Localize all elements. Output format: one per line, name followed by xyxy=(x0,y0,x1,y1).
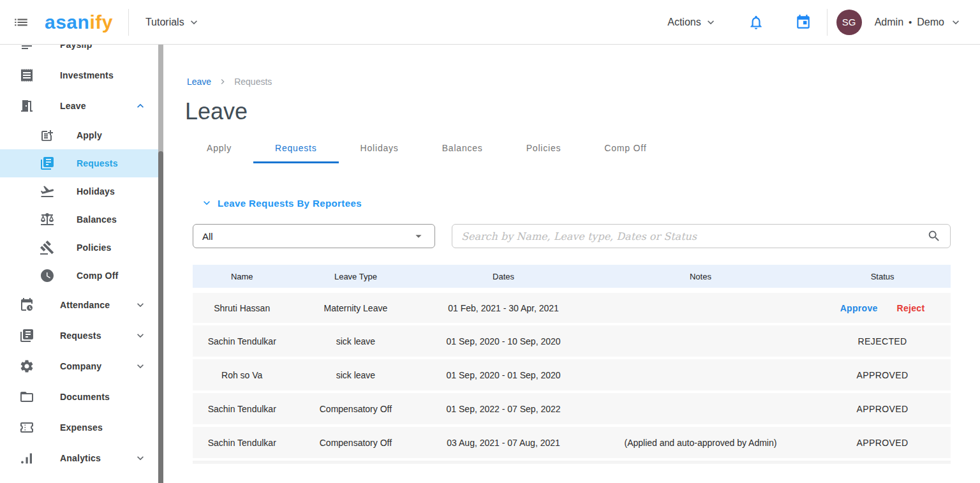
sidebar-item-leave[interactable]: Leave xyxy=(0,91,163,121)
cell-dates: 01 Sep, 2020 - 10 Sep, 2020 xyxy=(420,324,586,358)
sidebar-item-balances[interactable]: Balances xyxy=(0,205,163,234)
chevron-down-icon[interactable] xyxy=(134,360,147,373)
top-bar: asanify Tutorials Actions SG Admin • Dem… xyxy=(0,0,980,45)
main-content: Leave Requests Leave Apply Requests Holi… xyxy=(163,45,980,483)
attendance-icon xyxy=(19,297,34,313)
sidebar-item-company[interactable]: Company xyxy=(0,351,163,382)
actions-menu[interactable]: Actions xyxy=(667,16,716,29)
table-row: Sachin Tendulkar Compensatory Off 03 Aug… xyxy=(193,426,951,459)
breadcrumb-current: Requests xyxy=(234,77,272,87)
tab-holidays[interactable]: Holidays xyxy=(339,135,420,163)
chevron-down-icon xyxy=(200,197,213,209)
search-input[interactable] xyxy=(461,230,927,242)
tab-policies[interactable]: Policies xyxy=(505,135,583,163)
avatar[interactable]: SG xyxy=(836,10,862,35)
logo-part-orange: ify xyxy=(89,11,113,33)
chevron-down-icon xyxy=(704,16,717,29)
chevron-down-icon[interactable] xyxy=(134,329,147,342)
reportee-filter-dropdown[interactable]: All xyxy=(193,224,435,248)
cell-notes xyxy=(587,392,814,426)
sidebar-item-requests-group[interactable]: Requests xyxy=(0,320,163,351)
tab-requests[interactable]: Requests xyxy=(253,135,339,163)
table-row: Sachin Tendulkar Compensatory Off 01 Sep… xyxy=(193,392,951,426)
search-box xyxy=(452,224,951,248)
cell-name: Roh so Va xyxy=(193,358,291,392)
cell-leave-type: Maternity Leave xyxy=(291,290,420,324)
tab-balances[interactable]: Balances xyxy=(420,135,505,163)
sidebar-item-apply[interactable]: Apply xyxy=(0,121,163,149)
holidays-icon xyxy=(40,184,55,199)
sidebar-item-label: Company xyxy=(60,361,101,371)
sidebar-item-holidays[interactable]: Holidays xyxy=(0,177,163,205)
tab-bar: Apply Requests Holidays Balances Policie… xyxy=(185,135,951,163)
column-header-dates: Dates xyxy=(420,265,586,290)
reject-button[interactable]: Reject xyxy=(897,303,925,313)
search-icon[interactable] xyxy=(927,229,941,243)
chevron-up-icon[interactable] xyxy=(134,100,147,112)
dot-separator: • xyxy=(909,17,912,27)
analytics-icon xyxy=(19,450,34,466)
sidebar-item-documents[interactable]: Documents xyxy=(0,382,163,412)
breadcrumb-leave-link[interactable]: Leave xyxy=(187,77,211,87)
sidebar-item-label: Expenses xyxy=(60,422,103,433)
chevron-down-icon xyxy=(188,16,200,29)
menu-icon[interactable] xyxy=(13,14,29,31)
avatar-initials: SG xyxy=(842,17,856,27)
leave-requests-by-reportees-toggle[interactable]: Leave Requests By Reportees xyxy=(200,197,951,209)
sidebar-item-label: Comp Off xyxy=(77,271,118,281)
cell-leave-type: Compensatory Off xyxy=(291,392,420,426)
cell-dates: 01 Sep, 2020 - 01 Sep, 2020 xyxy=(420,358,586,392)
column-header-leave-type: Leave Type xyxy=(291,265,420,290)
sidebar-item-label: Apply xyxy=(77,130,102,140)
sidebar-item-label: Leave xyxy=(60,101,86,111)
approve-button[interactable]: Approve xyxy=(840,303,878,313)
sidebar-item-analytics[interactable]: Analytics xyxy=(0,443,163,473)
cell-dates: 01 Sep, 2022 - 07 Sep, 2022 xyxy=(420,392,586,426)
sidebar-item-comp-off[interactable]: Comp Off xyxy=(0,262,163,290)
sidebar-item-investments[interactable]: Investments xyxy=(0,60,163,91)
cell-leave-type: sick leave xyxy=(291,324,420,358)
chevron-down-icon[interactable] xyxy=(134,452,147,464)
tutorials-label: Tutorials xyxy=(145,17,184,28)
actions-label: Actions xyxy=(667,17,701,28)
status-badge: REJECTED xyxy=(814,324,951,358)
logo-part-blue: asan xyxy=(45,11,89,33)
table-row: Shruti Hassan Maternity Leave 01 Feb, 20… xyxy=(193,290,951,324)
notifications-bell-icon[interactable] xyxy=(748,14,764,31)
apply-icon xyxy=(40,128,55,143)
sidebar-item-label: Attendance xyxy=(60,300,110,310)
filter-row: All xyxy=(193,224,951,248)
tab-apply[interactable]: Apply xyxy=(185,135,253,163)
sidebar-item-requests[interactable]: Requests xyxy=(0,149,158,177)
status-badge: APPROVED xyxy=(814,426,951,459)
sidebar-scrollbar-thumb[interactable] xyxy=(158,151,163,483)
sidebar-item-label: Requests xyxy=(60,331,101,341)
expenses-icon xyxy=(19,420,34,435)
status-badge: APPROVED xyxy=(814,392,951,426)
sidebar-item-policies[interactable]: Policies xyxy=(0,234,163,262)
chevron-down-icon[interactable] xyxy=(134,299,147,311)
header-divider xyxy=(827,9,828,36)
cell-name: Sachin Tendulkar xyxy=(193,392,291,426)
sidebar-item-expenses[interactable]: Expenses xyxy=(0,412,163,443)
payslip-icon xyxy=(19,45,34,52)
app-window: asanify Tutorials Actions SG Admin • Dem… xyxy=(0,0,980,483)
tutorials-menu[interactable]: Tutorials xyxy=(145,16,200,29)
cell-notes xyxy=(587,324,814,358)
sidebar: Payslip Investments Leave xyxy=(0,45,163,483)
cell-name: Sachin Tendulkar xyxy=(193,324,291,358)
table-row: Roh so Va sick leave 01 Sep, 2020 - 01 S… xyxy=(193,358,951,392)
cell-notes xyxy=(587,290,814,324)
sidebar-item-label: Analytics xyxy=(60,453,101,463)
cell-notes xyxy=(587,358,814,392)
account-menu[interactable]: Admin • Demo xyxy=(875,16,962,29)
sidebar-item-payslip[interactable]: Payslip xyxy=(0,45,163,60)
app-logo[interactable]: asanify xyxy=(45,13,113,32)
table-header: Name Leave Type Dates Notes Status xyxy=(193,265,951,290)
table-row: Sachin Tendulkar sick leave 01 Sep, 2020… xyxy=(193,324,951,358)
cell-leave-type: Compensatory Off xyxy=(291,426,420,459)
calendar-icon[interactable] xyxy=(795,14,812,31)
tab-comp-off[interactable]: Comp Off xyxy=(583,135,668,163)
sidebar-item-attendance[interactable]: Attendance xyxy=(0,290,163,320)
app-body: Payslip Investments Leave xyxy=(0,45,980,483)
